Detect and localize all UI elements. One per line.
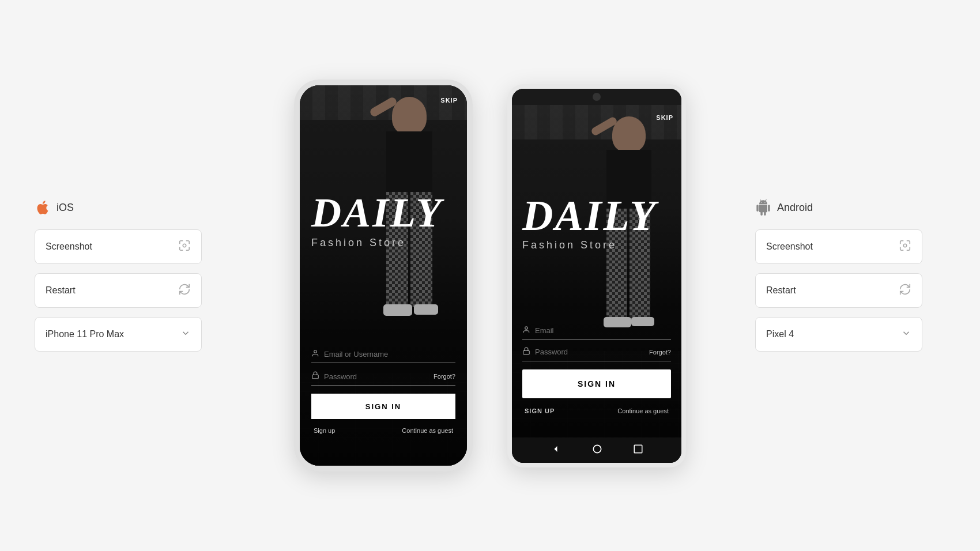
svg-point-3 <box>525 326 528 329</box>
android-email-icon <box>522 326 530 336</box>
android-panel: Android Screenshot Restart <box>755 199 945 352</box>
svg-rect-7 <box>634 445 642 453</box>
ios-email-field <box>311 349 455 363</box>
android-label: Android <box>777 202 813 214</box>
ios-guest-link[interactable]: Continue as guest <box>402 427 453 434</box>
ios-restart-label: Restart <box>46 285 76 296</box>
android-model-shoe-right <box>631 317 654 326</box>
android-password-input[interactable] <box>535 348 649 356</box>
ios-phone-screen: SKIP DAILY Fashion Store <box>300 85 467 466</box>
ios-device-selector[interactable]: iPhone 11 Pro Max <box>35 317 202 352</box>
android-icon <box>755 199 771 216</box>
ios-skip-area: SKIP <box>440 95 458 105</box>
ios-model-shoe-left <box>383 304 412 316</box>
main-container: iOS Screenshot Restart <box>0 0 980 551</box>
android-forgot-link[interactable]: Forgot? <box>649 349 671 356</box>
ios-platform-label: iOS <box>35 199 74 216</box>
android-screenshot-label: Screenshot <box>766 241 813 252</box>
ios-label: iOS <box>56 202 74 214</box>
ios-skip-label[interactable]: SKIP <box>440 97 458 104</box>
android-nav-bar <box>512 437 681 463</box>
android-screenshot-icon <box>899 239 911 254</box>
android-password-field: Forgot? <box>522 347 671 361</box>
android-phone-screen: SKIP DAILY Fashion Store <box>512 105 681 437</box>
android-skip-area: SKIP <box>656 112 673 122</box>
android-signup-link[interactable]: SIGN UP <box>525 407 555 414</box>
svg-rect-4 <box>523 350 530 354</box>
android-email-field <box>522 326 671 340</box>
android-app-title-daily: DAILY <box>522 194 657 237</box>
ios-password-field: Forgot? <box>311 371 455 386</box>
android-restart-label: Restart <box>766 285 796 296</box>
phones-area: SKIP DAILY Fashion Store <box>225 80 755 471</box>
android-chevron-down-icon <box>901 328 911 341</box>
ios-screenshot-button[interactable]: Screenshot <box>35 229 202 264</box>
chevron-down-icon <box>180 328 191 341</box>
ios-device-name: iPhone 11 Pro Max <box>46 329 124 339</box>
android-guest-link[interactable]: Continue as guest <box>617 407 669 414</box>
ios-password-input[interactable] <box>324 372 434 381</box>
ios-email-icon <box>311 349 319 359</box>
ios-model-torso <box>386 131 432 195</box>
ios-forgot-link[interactable]: Forgot? <box>434 373 455 380</box>
svg-point-6 <box>593 445 601 452</box>
svg-marker-5 <box>555 446 557 452</box>
android-screenshot-button[interactable]: Screenshot <box>755 229 922 264</box>
ios-app-title-daily: DAILY <box>311 192 443 233</box>
screenshot-icon <box>178 239 191 255</box>
svg-point-1 <box>314 350 317 353</box>
ios-email-input[interactable] <box>324 350 455 358</box>
android-skip-label[interactable]: SKIP <box>656 114 673 121</box>
android-email-input[interactable] <box>535 326 671 335</box>
android-platform-label: Android <box>755 199 813 216</box>
ios-form-area: Forgot? SIGN IN Sign up Continue as gues… <box>311 349 455 434</box>
android-device-selector[interactable]: Pixel 4 <box>755 317 922 352</box>
android-phone-mockup: SKIP DAILY Fashion Store <box>507 84 686 467</box>
ios-signin-button[interactable]: SIGN IN <box>311 394 455 419</box>
ios-signup-link[interactable]: Sign up <box>314 427 335 434</box>
android-home-icon[interactable] <box>591 443 603 457</box>
ios-screenshot-label: Screenshot <box>46 241 92 252</box>
ios-model-head <box>392 97 427 134</box>
android-restart-button[interactable]: Restart <box>755 273 922 308</box>
android-signin-button[interactable]: SIGN IN <box>522 369 671 398</box>
ios-phone-mockup: SKIP DAILY Fashion Store <box>294 80 473 471</box>
android-device-name: Pixel 4 <box>766 329 794 339</box>
android-recents-icon[interactable] <box>633 444 643 456</box>
ios-app-title-sub: Fashion Store <box>311 237 443 249</box>
android-password-icon <box>522 347 530 357</box>
android-app-title-sub: Fashion Store <box>522 239 657 251</box>
svg-rect-2 <box>312 375 319 378</box>
apple-icon <box>35 199 51 216</box>
android-notch <box>593 93 601 101</box>
android-restart-icon <box>899 283 911 298</box>
android-model-head <box>612 116 646 152</box>
ios-password-icon <box>311 371 319 382</box>
android-bottom-links: SIGN UP Continue as guest <box>522 407 671 414</box>
ios-restart-button[interactable]: Restart <box>35 273 202 308</box>
svg-point-0 <box>183 244 186 247</box>
svg-point-8 <box>903 244 907 247</box>
ios-panel: iOS Screenshot Restart <box>35 199 225 352</box>
android-form-area: Forgot? SIGN IN SIGN UP Continue as gues… <box>522 326 671 414</box>
android-notch-bar <box>512 89 681 105</box>
android-title-area: DAILY Fashion Store <box>522 194 657 251</box>
ios-title-area: DAILY Fashion Store <box>311 192 443 249</box>
android-back-icon[interactable] <box>550 443 561 457</box>
ios-bottom-links: Sign up Continue as guest <box>311 427 455 434</box>
ios-model-shoe-right <box>414 304 438 315</box>
restart-icon <box>178 283 191 298</box>
